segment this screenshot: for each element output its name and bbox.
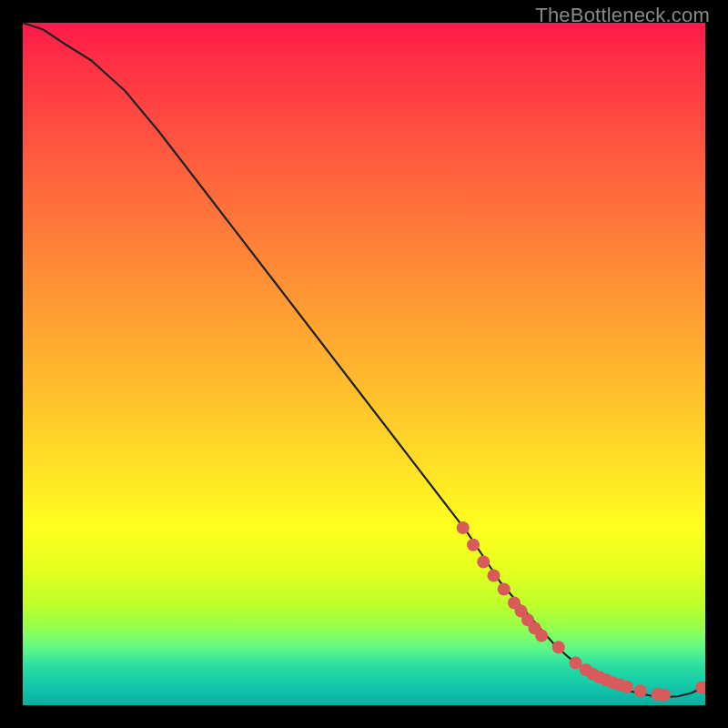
curve-marker — [658, 689, 671, 702]
plot-area — [23, 23, 705, 705]
bottleneck-curve — [23, 23, 705, 697]
curve-marker — [552, 641, 565, 653]
chart-container: TheBottleneck.com — [0, 0, 728, 728]
curve-marker — [695, 682, 705, 694]
curve-marker — [535, 630, 548, 642]
watermark-text: TheBottleneck.com — [535, 4, 710, 27]
curve-markers — [457, 521, 705, 702]
curve-marker — [467, 539, 480, 551]
curve-marker — [488, 570, 500, 582]
chart-svg — [23, 23, 705, 705]
curve-marker — [477, 556, 490, 569]
curve-marker — [621, 681, 633, 693]
curve-marker — [634, 684, 647, 697]
curve-marker — [457, 521, 470, 534]
curve-marker — [498, 583, 511, 596]
